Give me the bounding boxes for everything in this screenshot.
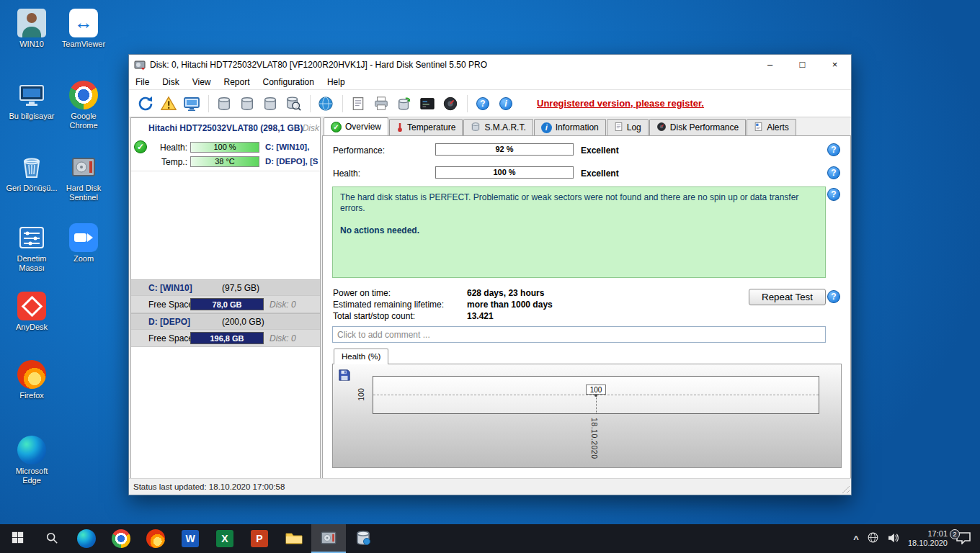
- firefox-icon: [146, 529, 165, 548]
- minimize-button[interactable]: –: [754, 55, 786, 74]
- comment-input[interactable]: [332, 326, 826, 343]
- menu-view[interactable]: View: [186, 77, 218, 87]
- partition-free-row-c[interactable]: Free Space 78,0 GB Disk: 0: [131, 296, 320, 313]
- disk-utility-icon: [355, 529, 372, 549]
- taskbar-word[interactable]: W: [173, 524, 208, 553]
- tab-overview[interactable]: ✓ Overview: [324, 117, 388, 135]
- tab-log[interactable]: Log: [607, 119, 649, 135]
- tab-alerts[interactable]: Alerts: [747, 119, 796, 135]
- menu-file[interactable]: File: [129, 77, 156, 87]
- desktop-icon-win10-user[interactable]: WIN10: [6, 9, 58, 49]
- disk-name: Hitachi HDT725032VLAT80 (298,1 GB): [148, 123, 303, 133]
- taskbar-chrome[interactable]: [104, 524, 138, 553]
- taskbar-disk-utility[interactable]: [346, 524, 380, 553]
- detail-panel: ✓ Overview Temperature S.M.A.R.T. i Info…: [322, 117, 851, 480]
- user-avatar-icon: [17, 9, 46, 37]
- taskbar-hdsentinel[interactable]: [311, 524, 346, 553]
- chart-point-label: 100: [586, 385, 606, 395]
- recycle-bin-icon: [17, 153, 46, 181]
- taskbar-search-button[interactable]: [35, 524, 69, 553]
- desktop-icon-chrome[interactable]: Google Chrome: [58, 81, 110, 130]
- desktop-icon-firefox[interactable]: Firefox: [6, 360, 58, 400]
- save-chart-icon[interactable]: [338, 369, 351, 382]
- firefox-icon: [17, 360, 46, 389]
- disk-list-item[interactable]: Hitachi HDT725032VLAT80 (298,1 GB) Disk …: [131, 118, 320, 171]
- partition-disk-index: Disk: 0: [270, 300, 296, 310]
- taskbar-excel[interactable]: X: [208, 524, 242, 553]
- refresh-icon[interactable]: [135, 93, 156, 114]
- partition-row-d[interactable]: D: [DEPO] (200,0 GB): [131, 313, 320, 330]
- register-link[interactable]: Unregistered version, please register.: [537, 98, 704, 109]
- startstop-label: Total start/stop count:: [333, 311, 415, 321]
- menubar: File Disk View Report Configuration Help: [129, 74, 851, 90]
- repeat-test-button[interactable]: Repeat Test: [749, 289, 826, 305]
- resize-grip-icon[interactable]: [840, 484, 850, 493]
- network-globe-icon[interactable]: [867, 531, 879, 546]
- taskbar-powerpoint[interactable]: P: [242, 524, 277, 553]
- desktop-icon-teamviewer[interactable]: ↔ TeamViewer: [58, 9, 110, 49]
- menu-report[interactable]: Report: [217, 77, 256, 87]
- chart-tab-health[interactable]: Health (%): [334, 349, 388, 364]
- health-label: Health:: [156, 143, 187, 153]
- refresh-disks-icon[interactable]: [393, 93, 415, 114]
- titlebar[interactable]: Disk: 0, Hitachi HDT725032VLAT80 [VF1200…: [129, 55, 851, 74]
- about-info-icon[interactable]: i: [495, 93, 517, 114]
- help-icon-health[interactable]: ?: [827, 166, 840, 179]
- status-last-updated: Status last updated: 18.10.2020 17:00:58: [133, 482, 285, 491]
- log-page-icon: [614, 122, 623, 134]
- disk-icon-2[interactable]: [236, 93, 258, 114]
- system-monitor-icon[interactable]: [181, 93, 202, 114]
- tab-disk-performance[interactable]: Disk Performance: [649, 119, 746, 135]
- print-report-icon[interactable]: [370, 93, 392, 114]
- powerpoint-icon: P: [251, 530, 268, 547]
- desktop-icon-recycle-bin[interactable]: Geri Dönüşü...: [6, 153, 58, 193]
- tray-chevron-up-icon[interactable]: ^: [853, 534, 859, 544]
- taskbar-firefox[interactable]: [138, 524, 173, 553]
- help-icon-status[interactable]: ?: [827, 188, 840, 201]
- tab-information[interactable]: i Information: [534, 119, 606, 135]
- surface-test-warning-icon[interactable]: [158, 93, 179, 114]
- x-axis-date-label: 18.10.2020: [590, 418, 599, 459]
- disk-icon-1[interactable]: [213, 93, 235, 114]
- desktop-icon-zoom[interactable]: Zoom: [58, 223, 110, 264]
- menu-help[interactable]: Help: [321, 77, 352, 87]
- maximize-button[interactable]: □: [786, 55, 819, 74]
- help-icon-repeat-test[interactable]: ?: [827, 290, 840, 303]
- partition-row-c[interactable]: C: [WIN10] (97,5 GB): [131, 279, 320, 296]
- system-tray: ^ 17:01 18.10.2020 2: [853, 524, 980, 553]
- partition-size: (97,5 GB): [222, 283, 259, 293]
- thermometer-icon: [396, 121, 404, 135]
- desktop-icon-edge[interactable]: Microsoft Edge: [6, 436, 58, 485]
- partition-free-row-d[interactable]: Free Space 196,8 GB Disk: 0: [131, 330, 320, 347]
- network-disk-globe-icon[interactable]: [315, 93, 337, 114]
- desktop-icon-anydesk[interactable]: AnyDesk: [6, 292, 58, 332]
- gauge-icon: [656, 122, 667, 134]
- disk-list-panel: Hitachi HDT725032VLAT80 (298,1 GB) Disk …: [130, 117, 321, 480]
- menu-configuration[interactable]: Configuration: [257, 77, 321, 87]
- smart-panel-icon[interactable]: [416, 93, 438, 114]
- control-panel-icon: [17, 223, 46, 252]
- taskbar-edge[interactable]: [69, 524, 104, 553]
- hard-disk-sentinel-icon: [69, 153, 98, 181]
- report-page-icon[interactable]: [347, 93, 369, 114]
- disk-search-icon[interactable]: [282, 93, 304, 114]
- start-button[interactable]: [0, 524, 35, 553]
- help-icon-performance[interactable]: ?: [827, 143, 840, 156]
- disk-status-textbox[interactable]: The hard disk status is PERFECT. Problem…: [332, 186, 826, 278]
- partition-name: D: [DEPO]: [148, 317, 190, 327]
- desktop-icon-control-panel[interactable]: Denetim Masası: [6, 223, 58, 273]
- close-button[interactable]: ×: [819, 55, 851, 74]
- taskbar-file-explorer[interactable]: [277, 524, 311, 553]
- desktop-icon-hdsentinel[interactable]: Hard Disk Sentinel: [58, 153, 110, 202]
- disk-icon-3[interactable]: [259, 93, 281, 114]
- notification-center-button[interactable]: 2: [956, 531, 973, 546]
- folder-icon: [285, 531, 303, 547]
- disk-performance-gauge-icon[interactable]: [440, 93, 461, 114]
- speaker-icon[interactable]: [887, 533, 900, 545]
- taskbar-clock[interactable]: 17:01 18.10.2020: [908, 529, 948, 548]
- desktop-icon-this-pc[interactable]: Bu bilgisayar: [6, 81, 58, 121]
- menu-disk[interactable]: Disk: [156, 77, 185, 87]
- tab-smart[interactable]: S.M.A.R.T.: [463, 119, 533, 135]
- tab-temperature[interactable]: Temperature: [389, 119, 463, 135]
- help-icon[interactable]: ?: [472, 93, 494, 114]
